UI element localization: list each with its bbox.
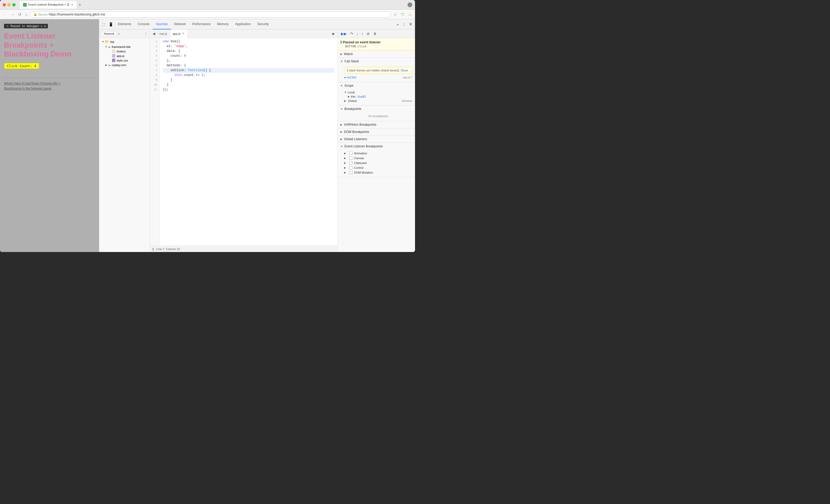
- scope-local-header[interactable]: ▼ Local: [344, 90, 412, 94]
- el-bp-control[interactable]: ▶ Control: [344, 165, 412, 170]
- traffic-lights: [3, 3, 15, 6]
- maximize-button[interactable]: [12, 3, 15, 6]
- tab-memory[interactable]: Memory: [214, 19, 232, 29]
- scope-this-value: Vue$3: [357, 95, 365, 98]
- breakpoints-header[interactable]: ▼ Breakpoints: [338, 105, 415, 113]
- tab-elements[interactable]: Elements: [115, 19, 134, 29]
- callstack-header[interactable]: ▼ Call Stack: [338, 58, 415, 65]
- tab-performance[interactable]: Performance: [189, 19, 214, 29]
- back-button[interactable]: ←: [2, 12, 8, 17]
- step-into-button[interactable]: ↓: [355, 31, 359, 36]
- scope-arrow: ▼: [340, 85, 343, 87]
- blackbox-icon[interactable]: ▤: [44, 25, 46, 28]
- event-listener-bp-header[interactable]: ▼ Event Listener Breakpoints: [338, 143, 415, 150]
- tree-item-stylecss[interactable]: ▶ style.css: [99, 58, 150, 63]
- resume-icon[interactable]: ▶: [41, 25, 42, 28]
- code-line-11: });: [163, 87, 334, 92]
- tree-item-framework[interactable]: ▼ ☁ framework-bla: [99, 44, 150, 49]
- el-bp-dom-mutation[interactable]: ▶ DOM Mutation: [344, 170, 412, 175]
- extension-shield[interactable]: 🛡: [400, 12, 406, 17]
- editor-tab-appjs-close[interactable]: ✕: [182, 32, 185, 35]
- sidebar-more-button[interactable]: »: [118, 32, 120, 36]
- devtools-menu-button[interactable]: ⋮: [400, 21, 407, 28]
- global-listeners-header[interactable]: ▶ Global Listeners: [338, 136, 415, 143]
- step-out-button[interactable]: ↑: [360, 31, 364, 36]
- watch-header[interactable]: ▶ Watch: [338, 51, 415, 58]
- ln-6: 6: [152, 63, 157, 68]
- sidebar-menu-button[interactable]: ⋮: [144, 32, 148, 36]
- tree-item-unpkg[interactable]: ▶ ☁ unpkg.com: [99, 63, 150, 67]
- breakpoints-content: No breakpoints: [338, 113, 415, 121]
- page-link-1[interactable]: What's New In DevTools (Chrome 66) >: [4, 81, 95, 86]
- tab-console[interactable]: Console: [134, 19, 153, 29]
- el-control-checkbox[interactable]: [349, 166, 352, 169]
- sources-sidebar: Network » ⋮ ▼ 📁 top: [99, 29, 150, 252]
- paused-banner: ⏸ Paused in debugger ▶ ▤: [4, 24, 48, 28]
- paused-banner-text: Paused in debugger: [10, 25, 39, 28]
- dom-breakpoints-header[interactable]: ▶ DOM Breakpoints: [338, 128, 415, 135]
- tree-arrow-unpkg: ▶: [104, 64, 108, 66]
- ln-2: 2: [152, 44, 157, 49]
- tree-arrow-top: ▼: [101, 40, 104, 43]
- editor-back-btn[interactable]: ◀: [151, 31, 157, 36]
- global-listeners-arrow: ▶: [341, 138, 342, 140]
- forward-button[interactable]: →: [10, 12, 15, 17]
- el-clipboard-checkbox[interactable]: [349, 161, 352, 164]
- el-canvas-checkbox[interactable]: [349, 157, 352, 160]
- more-tabs-button[interactable]: »: [395, 21, 400, 28]
- tree-item-index[interactable]: ▶ (index): [99, 49, 150, 54]
- el-animation-checkbox[interactable]: [349, 152, 352, 155]
- deactivate-breakpoints[interactable]: ⊘: [365, 31, 371, 36]
- minimize-button[interactable]: [7, 3, 11, 6]
- extension-btn[interactable]: ⚠: [407, 12, 413, 17]
- refresh-button[interactable]: ↺: [17, 12, 23, 17]
- scope-this-item[interactable]: ▶ this: Vue$3: [344, 94, 412, 99]
- cloud-icon-unpkg: ☁: [108, 63, 111, 67]
- browser-tab-active[interactable]: Event Listener Breakpoints + ☰ ✕: [20, 1, 76, 8]
- home-button[interactable]: ⌂: [24, 12, 28, 17]
- code-line-5: },: [163, 58, 334, 63]
- new-tab-button[interactable]: +: [78, 2, 81, 7]
- xhr-header[interactable]: ▶ XHR/fetch Breakpoints: [338, 121, 415, 128]
- callstack-item-file: app.js:7: [403, 76, 412, 79]
- devtools-close-button[interactable]: ✕: [407, 21, 414, 28]
- tab-network[interactable]: Network: [171, 19, 189, 29]
- scope-header[interactable]: ▼ Scope: [338, 82, 415, 89]
- el-bp-clipboard[interactable]: ▶ Clipboard: [344, 160, 412, 165]
- el-bp-animation[interactable]: ▶ Animation: [344, 151, 412, 156]
- editor-tab-appjs[interactable]: app.js ✕: [170, 29, 187, 38]
- tab-application[interactable]: Application: [232, 19, 254, 29]
- inspect-element-icon[interactable]: ⬚: [100, 21, 107, 28]
- format-button[interactable]: {}: [152, 248, 154, 251]
- bookmark-button[interactable]: ☆: [392, 12, 398, 17]
- tab-security[interactable]: Security: [254, 19, 272, 29]
- scope-local-arrow: ▼: [344, 91, 347, 94]
- el-dom-mutation-checkbox[interactable]: [349, 171, 352, 174]
- xhr-section: ▶ XHR/fetch Breakpoints: [338, 121, 415, 128]
- pause-on-exceptions[interactable]: ⏸: [372, 31, 378, 36]
- breakpoints-label: Breakpoints: [344, 107, 361, 111]
- tree-item-top[interactable]: ▼ 📁 top: [99, 39, 150, 44]
- el-bp-canvas[interactable]: ▶ Canvas: [344, 156, 412, 160]
- code-content[interactable]: new Vue({ el: '#app', data: { count: 0: [160, 38, 338, 246]
- click-count-button[interactable]: Click Count: 4: [4, 63, 39, 69]
- page-link-2[interactable]: Blackboxing in the Network panel: [4, 86, 95, 91]
- resume-button[interactable]: ▶▶: [340, 31, 348, 36]
- device-toolbar-icon[interactable]: 📱: [107, 21, 115, 28]
- editor-tab-vuejs[interactable]: vue.js: [157, 29, 170, 38]
- ln-9: 9: [152, 77, 157, 83]
- close-button[interactable]: [3, 3, 6, 6]
- tab-close-icon[interactable]: ✕: [71, 3, 73, 6]
- network-tab-button[interactable]: Network: [101, 31, 117, 36]
- el-control-label: Control: [354, 166, 363, 169]
- scope-global-item[interactable]: ▶ Global Window: [344, 99, 412, 103]
- main-content: ⏸ Paused in debugger ▶ ▤ Event Listener …: [0, 19, 415, 252]
- editor-run-button[interactable]: ▶: [331, 31, 337, 36]
- url-bar[interactable]: 🔒 Secure https://framework-blackboxing.g…: [30, 11, 391, 18]
- tree-item-appjs[interactable]: ▶ app.js: [99, 54, 150, 58]
- callstack-item-onclick[interactable]: ● onClick app.js:7: [344, 75, 412, 80]
- callstack-show-link[interactable]: Show: [401, 69, 408, 72]
- tab-sources[interactable]: Sources: [153, 19, 171, 29]
- breakpoints-section: ▼ Breakpoints No breakpoints: [338, 105, 415, 121]
- step-over-button[interactable]: ↷: [349, 31, 354, 36]
